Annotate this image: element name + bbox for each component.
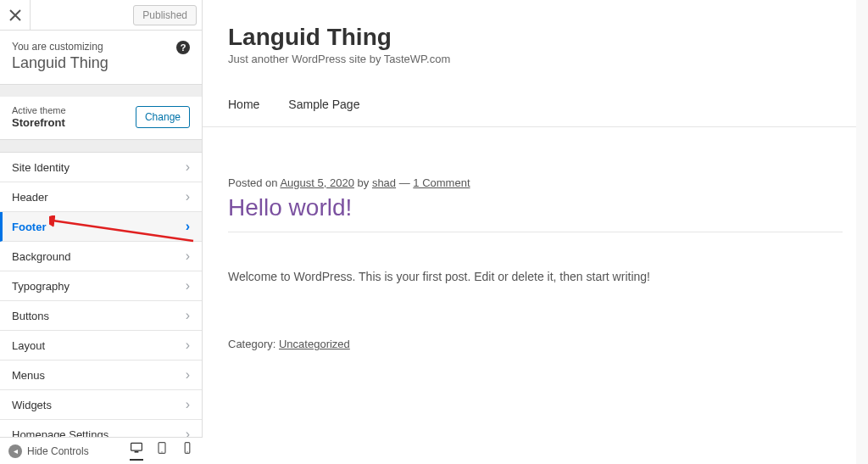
mobile-preview-button[interactable]: [181, 441, 194, 461]
active-theme-panel: Active theme Storefront Change: [0, 97, 202, 140]
chevron-right-icon: ›: [186, 159, 190, 175]
menu-item-label: Footer: [12, 221, 46, 233]
spacer: [0, 140, 202, 152]
nav-link-home[interactable]: Home: [228, 98, 259, 111]
menu-item-buttons[interactable]: Buttons›: [0, 301, 202, 331]
category-link[interactable]: Uncategorized: [279, 338, 350, 350]
chevron-right-icon: ›: [186, 338, 190, 353]
menu-item-label: Widgets: [12, 399, 52, 411]
customizer-menu: Site Identity› Header› Footer› Backgroun…: [0, 152, 202, 450]
post-content: Welcome to WordPress. This is your first…: [228, 270, 843, 283]
menu-item-footer[interactable]: Footer›: [0, 212, 202, 242]
customizer-sidebar: Published You are customizing Languid Th…: [0, 0, 203, 464]
svg-point-5: [186, 451, 187, 452]
menu-item-label: Background: [12, 250, 70, 263]
customizer-footer-bar: ◂ Hide Controls: [0, 437, 203, 464]
post-category: Category: Uncategorized: [228, 338, 843, 350]
hide-controls-label: Hide Controls: [27, 445, 89, 457]
menu-item-background[interactable]: Background›: [0, 242, 202, 271]
menu-item-label: Buttons: [12, 310, 49, 322]
customizing-panel: You are customizing Languid Thing ?: [0, 31, 202, 85]
arrow-left-icon: ◂: [8, 444, 22, 458]
site-preview: Languid Thing Just another WordPress sit…: [203, 0, 868, 464]
menu-item-label: Header: [12, 191, 48, 204]
chevron-right-icon: ›: [186, 278, 190, 293]
top-bar: Published: [0, 0, 202, 31]
site-title[interactable]: Languid Thing: [228, 24, 843, 51]
menu-item-site-identity[interactable]: Site Identity›: [0, 153, 202, 182]
svg-point-3: [161, 451, 162, 452]
menu-item-label: Typography: [12, 280, 70, 293]
menu-item-widgets[interactable]: Widgets›: [0, 390, 202, 420]
site-tagline: Just another WordPress site by TasteWP.c…: [228, 53, 843, 65]
desktop-preview-button[interactable]: [130, 441, 143, 461]
menu-item-header[interactable]: Header›: [0, 182, 202, 212]
chevron-right-icon: ›: [186, 189, 190, 204]
post-meta-by: by: [354, 176, 372, 189]
post-comments-link[interactable]: 1 Comment: [413, 176, 470, 189]
device-preview-toggle: [130, 441, 194, 461]
tablet-preview-button[interactable]: [155, 441, 169, 461]
post-author-link[interactable]: shad: [372, 176, 396, 189]
divider: [228, 232, 843, 232]
post-meta: Posted on August 5, 2020 by shad — 1 Com…: [228, 176, 843, 189]
customizing-label: You are customizing: [12, 41, 190, 53]
help-icon[interactable]: ?: [176, 41, 190, 54]
menu-item-label: Layout: [12, 339, 45, 352]
nav-link-sample-page[interactable]: Sample Page: [288, 98, 359, 111]
active-theme-label: Active theme: [12, 105, 66, 115]
post-meta-dash: —: [396, 176, 413, 189]
chevron-right-icon: ›: [186, 367, 190, 383]
post-meta-label: Posted on: [228, 176, 280, 189]
menu-item-menus[interactable]: Menus›: [0, 361, 202, 390]
change-theme-button[interactable]: Change: [136, 106, 190, 128]
spacer: [0, 85, 202, 97]
menu-item-typography[interactable]: Typography›: [0, 271, 202, 301]
post-date-link[interactable]: August 5, 2020: [280, 176, 353, 189]
svg-rect-0: [131, 443, 142, 450]
active-theme-name: Storefront: [12, 116, 66, 129]
svg-rect-1: [135, 451, 139, 453]
post: Posted on August 5, 2020 by shad — 1 Com…: [203, 127, 868, 350]
primary-nav: Home Sample Page: [203, 74, 868, 126]
post-title[interactable]: Hello world!: [228, 194, 843, 221]
chevron-right-icon: ›: [186, 219, 190, 234]
customizing-site-title: Languid Thing: [12, 54, 190, 72]
site-header: Languid Thing Just another WordPress sit…: [203, 0, 868, 74]
category-label: Category:: [228, 338, 279, 350]
chevron-right-icon: ›: [186, 249, 190, 264]
scrollbar[interactable]: [856, 0, 868, 464]
menu-item-label: Site Identity: [12, 161, 70, 174]
hide-controls-button[interactable]: ◂ Hide Controls: [8, 444, 89, 458]
chevron-right-icon: ›: [186, 308, 190, 323]
publish-status-button[interactable]: Published: [133, 5, 197, 25]
chevron-right-icon: ›: [186, 397, 190, 412]
close-customizer-button[interactable]: [0, 0, 31, 31]
menu-item-layout[interactable]: Layout›: [0, 331, 202, 361]
menu-item-label: Menus: [12, 369, 45, 382]
